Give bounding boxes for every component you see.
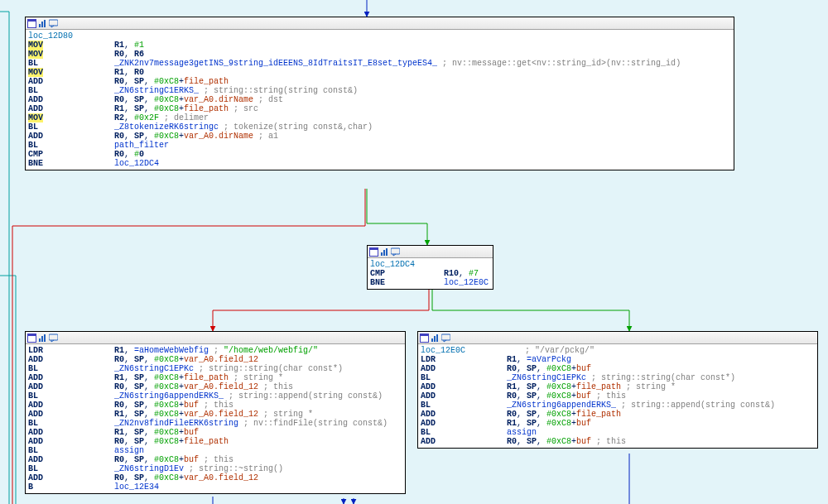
mnemonic: ADD bbox=[28, 410, 43, 419]
asm-table: MOVR1, #1MOVR0, R6BL_ZNK2nv7message3getI… bbox=[28, 41, 682, 168]
asm-row[interactable]: ADDR0, SP, #0xC8+var_A0.field_12 ; this bbox=[28, 382, 389, 391]
block-12DC4[interactable]: loc_12DC4CMPR10, #7BNEloc_12E0C bbox=[367, 245, 493, 290]
mnemonic: BL bbox=[28, 141, 38, 150]
asm-row[interactable]: ADDR1, SP, #0xC8+var_A0.field_12 ; strin… bbox=[28, 410, 389, 419]
titlebar[interactable] bbox=[418, 332, 817, 344]
operands: R1, SP, #0xC8+file_path ; string * bbox=[507, 382, 777, 391]
asm-row[interactable]: Bloc_12E34 bbox=[28, 482, 389, 492]
operands: _ZN6string6appendERKS_ ; string::append(… bbox=[114, 391, 389, 401]
asm-row[interactable]: ADDR0, SP, #0xC8+buf bbox=[421, 364, 777, 373]
mnemonic: MOV bbox=[28, 113, 43, 122]
operands: R1, SP, #0xC8+var_A0.field_12 ; string * bbox=[114, 410, 389, 419]
mnemonic: ADD bbox=[28, 355, 43, 364]
window-icon bbox=[420, 334, 429, 343]
mnemonic: ADD bbox=[28, 473, 43, 482]
operands: _ZN6stringC1EPKc ; string::string(char c… bbox=[114, 364, 389, 373]
asm-row[interactable]: ADDR0, SP, #0xC8+var_A0.dirName ; dst bbox=[28, 95, 682, 104]
asm-row[interactable]: ADDR0, SP, #0xC8+var_A0.field_12 bbox=[28, 473, 389, 482]
mnemonic: MOV bbox=[28, 50, 43, 59]
asm-row[interactable]: ADDR0, SP, #0xC8+file_path bbox=[421, 410, 777, 419]
operands: R10, #7 bbox=[444, 269, 490, 278]
block-label: loc_12D80 bbox=[28, 31, 73, 41]
asm-row[interactable]: MOVR1, #1 bbox=[28, 41, 682, 50]
asm-row[interactable]: BNEloc_12DC4 bbox=[28, 159, 682, 168]
asm-row[interactable]: CMPR0, #0 bbox=[28, 150, 682, 159]
asm-row[interactable]: LDRR1, =aHomeWebWebfig ; "/home/web/webf… bbox=[28, 346, 389, 355]
block-body: loc_12E0C ; "/var/pckg/"LDRR1, =aVarPckg… bbox=[418, 344, 817, 448]
asm-row[interactable]: BL_ZN2nv8findFileERK6string ; nv::findFi… bbox=[28, 419, 389, 428]
asm-row[interactable]: BL_ZN6stringD1Ev ; string::~string() bbox=[28, 464, 389, 473]
mnemonic: CMP bbox=[370, 269, 385, 278]
asm-row[interactable]: LDRR1, =aVarPckg bbox=[421, 355, 777, 364]
titlebar[interactable] bbox=[26, 17, 734, 30]
asm-row[interactable]: BL_ZN6string6appendERKS_ ; string::appen… bbox=[421, 401, 777, 410]
asm-row[interactable]: ADDR0, SP, #0xC8+buf ; this bbox=[421, 437, 777, 446]
asm-row[interactable]: MOVR2, #0x2F ; delimer bbox=[28, 113, 682, 122]
operands: _ZN6stringD1Ev ; string::~string() bbox=[114, 464, 389, 473]
asm-row[interactable]: ADDR0, SP, #0xC8+file_path bbox=[28, 77, 682, 86]
asm-row[interactable]: MOVR0, R6 bbox=[28, 50, 682, 59]
asm-row[interactable]: ADDR1, SP, #0xC8+file_path ; string * bbox=[421, 382, 777, 391]
mnemonic: BL bbox=[28, 419, 38, 428]
operands: R0, SP, #0xC8+var_A0.field_12 bbox=[114, 473, 389, 482]
operands: R1, SP, #0xC8+buf bbox=[507, 419, 777, 428]
asm-row[interactable]: ADDR0, SP, #0xC8+buf ; this bbox=[421, 391, 777, 401]
asm-row[interactable]: ADDR0, SP, #0xC8+buf ; this bbox=[28, 401, 389, 410]
operands: R1, SP, #0xC8+file_path ; string * bbox=[114, 373, 389, 382]
svg-rect-19 bbox=[421, 336, 428, 342]
asm-row[interactable]: ADDR1, SP, #0xC8+file_path ; src bbox=[28, 104, 682, 113]
asm-row[interactable]: ADDR1, SP, #0xC8+file_path ; string * bbox=[28, 373, 389, 382]
operands: loc_12DC4 bbox=[114, 159, 682, 168]
titlebar[interactable] bbox=[26, 332, 405, 344]
asm-row[interactable]: BL_ZN6stringC1ERKS_ ; string::string(str… bbox=[28, 86, 682, 95]
svg-rect-2 bbox=[39, 24, 41, 27]
asm-row[interactable]: BL_ZNK2nv7message3getINS_9string_idEEENS… bbox=[28, 59, 682, 68]
svg-rect-16 bbox=[44, 334, 46, 342]
operands: R1, SP, #0xC8+file_path ; src bbox=[114, 104, 682, 113]
operands: R0, SP, #0xC8+buf bbox=[507, 364, 777, 373]
asm-row[interactable]: BL_ZN6stringC1EPKc ; string::string(char… bbox=[421, 373, 777, 382]
mnemonic: ADD bbox=[421, 382, 436, 391]
mnemonic: ADD bbox=[28, 132, 43, 141]
block-label: loc_12DC4 bbox=[370, 260, 415, 269]
operands: R2, #0x2F ; delimer bbox=[114, 113, 682, 122]
comment-icon bbox=[49, 19, 58, 28]
mnemonic: MOV bbox=[28, 41, 43, 50]
block-webfig[interactable]: LDRR1, =aHomeWebWebfig ; "/home/web/webf… bbox=[25, 331, 406, 494]
asm-row[interactable]: ADDR0, SP, #0xC8+buf ; this bbox=[28, 455, 389, 464]
operands: loc_12E0C bbox=[444, 278, 490, 287]
mnemonic: BL bbox=[28, 446, 38, 455]
block-12D80[interactable]: loc_12D80MOVR1, #1MOVR0, R6BL_ZNK2nv7mes… bbox=[25, 17, 734, 170]
svg-rect-14 bbox=[39, 338, 41, 342]
mnemonic: ADD bbox=[28, 373, 43, 382]
asm-row[interactable]: BNEloc_12E0C bbox=[370, 278, 490, 287]
chart-icon bbox=[38, 19, 47, 28]
asm-row[interactable]: ADDR0, SP, #0xC8+var_A0.field_12 bbox=[28, 355, 389, 364]
asm-row[interactable]: BL_Z8tokenizeRK6stringc ; tokenize(strin… bbox=[28, 122, 682, 132]
mnemonic: ADD bbox=[28, 95, 43, 104]
asm-row[interactable]: ADDR0, SP, #0xC8+file_path bbox=[28, 437, 389, 446]
asm-row[interactable]: BLpath_filter bbox=[28, 141, 682, 150]
asm-row[interactable]: BLassign bbox=[421, 428, 777, 437]
svg-rect-15 bbox=[41, 336, 43, 342]
block-label: loc_12E0C bbox=[421, 346, 465, 355]
asm-row[interactable]: BL_ZN6string6appendERKS_ ; string::appen… bbox=[28, 391, 389, 401]
mnemonic: BNE bbox=[28, 159, 43, 168]
operands: _ZNK2nv7message3getINS_9string_idEEENS_8… bbox=[114, 59, 682, 68]
asm-row[interactable]: BL_ZN6stringC1EPKc ; string::string(char… bbox=[28, 364, 389, 373]
window-icon bbox=[27, 334, 36, 343]
operands: R1, =aHomeWebWebfig ; "/home/web/webfig/… bbox=[114, 346, 389, 355]
operands: R1, #1 bbox=[114, 41, 682, 50]
asm-row[interactable]: ADDR1, SP, #0xC8+buf bbox=[28, 428, 389, 437]
svg-rect-22 bbox=[436, 334, 438, 342]
asm-row[interactable]: ADDR1, SP, #0xC8+buf bbox=[421, 419, 777, 428]
titlebar[interactable] bbox=[368, 246, 493, 258]
asm-row[interactable]: CMPR10, #7 bbox=[370, 269, 490, 278]
operands: R0, SP, #0xC8+file_path bbox=[114, 437, 389, 446]
asm-row[interactable]: ADDR0, SP, #0xC8+var_A0.dirName ; a1 bbox=[28, 132, 682, 141]
asm-row[interactable]: BLassign bbox=[28, 446, 389, 455]
asm-row[interactable]: MOVR1, R0 bbox=[28, 68, 682, 77]
mnemonic: BL bbox=[28, 122, 38, 132]
mnemonic: BL bbox=[421, 428, 431, 437]
block-12E0C[interactable]: loc_12E0C ; "/var/pckg/"LDRR1, =aVarPckg… bbox=[417, 331, 818, 449]
